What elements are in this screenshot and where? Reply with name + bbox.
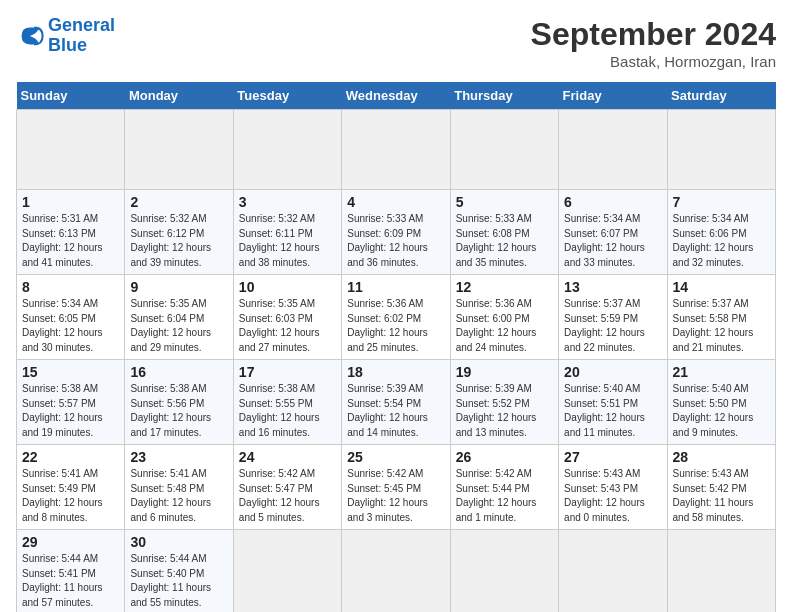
day-info: Sunrise: 5:42 AMSunset: 5:47 PMDaylight:… <box>239 467 336 525</box>
day-number: 3 <box>239 194 336 210</box>
calendar-cell: 2Sunrise: 5:32 AMSunset: 6:12 PMDaylight… <box>125 190 233 275</box>
calendar-cell: 3Sunrise: 5:32 AMSunset: 6:11 PMDaylight… <box>233 190 341 275</box>
day-number: 2 <box>130 194 227 210</box>
calendar-cell: 13Sunrise: 5:37 AMSunset: 5:59 PMDayligh… <box>559 275 667 360</box>
calendar-week-row: 15Sunrise: 5:38 AMSunset: 5:57 PMDayligh… <box>17 360 776 445</box>
calendar-cell: 19Sunrise: 5:39 AMSunset: 5:52 PMDayligh… <box>450 360 558 445</box>
calendar-cell: 7Sunrise: 5:34 AMSunset: 6:06 PMDaylight… <box>667 190 775 275</box>
day-number: 13 <box>564 279 661 295</box>
calendar-cell <box>667 530 775 613</box>
calendar-cell: 9Sunrise: 5:35 AMSunset: 6:04 PMDaylight… <box>125 275 233 360</box>
calendar-cell: 26Sunrise: 5:42 AMSunset: 5:44 PMDayligh… <box>450 445 558 530</box>
header-day: Tuesday <box>233 82 341 110</box>
calendar-cell: 16Sunrise: 5:38 AMSunset: 5:56 PMDayligh… <box>125 360 233 445</box>
calendar-cell: 28Sunrise: 5:43 AMSunset: 5:42 PMDayligh… <box>667 445 775 530</box>
day-info: Sunrise: 5:32 AMSunset: 6:12 PMDaylight:… <box>130 212 227 270</box>
calendar-cell: 24Sunrise: 5:42 AMSunset: 5:47 PMDayligh… <box>233 445 341 530</box>
header-day: Thursday <box>450 82 558 110</box>
calendar-cell: 17Sunrise: 5:38 AMSunset: 5:55 PMDayligh… <box>233 360 341 445</box>
calendar-cell: 1Sunrise: 5:31 AMSunset: 6:13 PMDaylight… <box>17 190 125 275</box>
day-info: Sunrise: 5:35 AMSunset: 6:03 PMDaylight:… <box>239 297 336 355</box>
day-info: Sunrise: 5:32 AMSunset: 6:11 PMDaylight:… <box>239 212 336 270</box>
day-info: Sunrise: 5:35 AMSunset: 6:04 PMDaylight:… <box>130 297 227 355</box>
day-info: Sunrise: 5:38 AMSunset: 5:56 PMDaylight:… <box>130 382 227 440</box>
header-day: Friday <box>559 82 667 110</box>
day-info: Sunrise: 5:37 AMSunset: 5:58 PMDaylight:… <box>673 297 770 355</box>
calendar-cell: 25Sunrise: 5:42 AMSunset: 5:45 PMDayligh… <box>342 445 450 530</box>
day-info: Sunrise: 5:40 AMSunset: 5:50 PMDaylight:… <box>673 382 770 440</box>
location-subtitle: Bastak, Hormozgan, Iran <box>531 53 776 70</box>
day-number: 27 <box>564 449 661 465</box>
day-number: 5 <box>456 194 553 210</box>
calendar-cell: 8Sunrise: 5:34 AMSunset: 6:05 PMDaylight… <box>17 275 125 360</box>
day-number: 25 <box>347 449 444 465</box>
day-info: Sunrise: 5:40 AMSunset: 5:51 PMDaylight:… <box>564 382 661 440</box>
day-info: Sunrise: 5:42 AMSunset: 5:45 PMDaylight:… <box>347 467 444 525</box>
day-info: Sunrise: 5:34 AMSunset: 6:06 PMDaylight:… <box>673 212 770 270</box>
day-number: 8 <box>22 279 119 295</box>
calendar-cell: 29Sunrise: 5:44 AMSunset: 5:41 PMDayligh… <box>17 530 125 613</box>
day-number: 20 <box>564 364 661 380</box>
day-number: 19 <box>456 364 553 380</box>
calendar-cell <box>559 530 667 613</box>
header-day: Sunday <box>17 82 125 110</box>
calendar-cell: 30Sunrise: 5:44 AMSunset: 5:40 PMDayligh… <box>125 530 233 613</box>
logo: General Blue <box>16 16 115 56</box>
calendar-cell: 20Sunrise: 5:40 AMSunset: 5:51 PMDayligh… <box>559 360 667 445</box>
day-number: 4 <box>347 194 444 210</box>
calendar-cell: 18Sunrise: 5:39 AMSunset: 5:54 PMDayligh… <box>342 360 450 445</box>
day-number: 12 <box>456 279 553 295</box>
day-number: 7 <box>673 194 770 210</box>
title-block: September 2024 Bastak, Hormozgan, Iran <box>531 16 776 70</box>
calendar-cell <box>342 110 450 190</box>
day-number: 30 <box>130 534 227 550</box>
day-number: 28 <box>673 449 770 465</box>
day-info: Sunrise: 5:41 AMSunset: 5:49 PMDaylight:… <box>22 467 119 525</box>
calendar-week-row: 1Sunrise: 5:31 AMSunset: 6:13 PMDaylight… <box>17 190 776 275</box>
day-number: 21 <box>673 364 770 380</box>
day-info: Sunrise: 5:44 AMSunset: 5:40 PMDaylight:… <box>130 552 227 610</box>
day-number: 9 <box>130 279 227 295</box>
day-info: Sunrise: 5:36 AMSunset: 6:00 PMDaylight:… <box>456 297 553 355</box>
calendar-cell <box>233 110 341 190</box>
header-day: Saturday <box>667 82 775 110</box>
day-number: 26 <box>456 449 553 465</box>
day-info: Sunrise: 5:37 AMSunset: 5:59 PMDaylight:… <box>564 297 661 355</box>
month-title: September 2024 <box>531 16 776 53</box>
header-day: Wednesday <box>342 82 450 110</box>
day-number: 23 <box>130 449 227 465</box>
day-info: Sunrise: 5:43 AMSunset: 5:42 PMDaylight:… <box>673 467 770 525</box>
calendar-cell: 14Sunrise: 5:37 AMSunset: 5:58 PMDayligh… <box>667 275 775 360</box>
calendar-week-row: 29Sunrise: 5:44 AMSunset: 5:41 PMDayligh… <box>17 530 776 613</box>
calendar-cell <box>125 110 233 190</box>
calendar-cell <box>17 110 125 190</box>
day-number: 17 <box>239 364 336 380</box>
logo-icon <box>16 22 44 50</box>
calendar-week-row: 22Sunrise: 5:41 AMSunset: 5:49 PMDayligh… <box>17 445 776 530</box>
day-number: 16 <box>130 364 227 380</box>
calendar-cell: 10Sunrise: 5:35 AMSunset: 6:03 PMDayligh… <box>233 275 341 360</box>
calendar-cell: 21Sunrise: 5:40 AMSunset: 5:50 PMDayligh… <box>667 360 775 445</box>
page-header: General Blue September 2024 Bastak, Horm… <box>16 16 776 70</box>
day-number: 11 <box>347 279 444 295</box>
calendar-cell: 27Sunrise: 5:43 AMSunset: 5:43 PMDayligh… <box>559 445 667 530</box>
header-day: Monday <box>125 82 233 110</box>
day-info: Sunrise: 5:38 AMSunset: 5:55 PMDaylight:… <box>239 382 336 440</box>
day-info: Sunrise: 5:42 AMSunset: 5:44 PMDaylight:… <box>456 467 553 525</box>
day-info: Sunrise: 5:33 AMSunset: 6:09 PMDaylight:… <box>347 212 444 270</box>
calendar-cell: 6Sunrise: 5:34 AMSunset: 6:07 PMDaylight… <box>559 190 667 275</box>
day-number: 1 <box>22 194 119 210</box>
day-number: 24 <box>239 449 336 465</box>
calendar-cell <box>342 530 450 613</box>
calendar-cell: 22Sunrise: 5:41 AMSunset: 5:49 PMDayligh… <box>17 445 125 530</box>
logo-text: General Blue <box>48 16 115 56</box>
day-number: 10 <box>239 279 336 295</box>
day-info: Sunrise: 5:34 AMSunset: 6:05 PMDaylight:… <box>22 297 119 355</box>
calendar-cell <box>450 530 558 613</box>
day-info: Sunrise: 5:44 AMSunset: 5:41 PMDaylight:… <box>22 552 119 610</box>
day-info: Sunrise: 5:38 AMSunset: 5:57 PMDaylight:… <box>22 382 119 440</box>
calendar-cell: 5Sunrise: 5:33 AMSunset: 6:08 PMDaylight… <box>450 190 558 275</box>
calendar-cell: 4Sunrise: 5:33 AMSunset: 6:09 PMDaylight… <box>342 190 450 275</box>
calendar-cell: 23Sunrise: 5:41 AMSunset: 5:48 PMDayligh… <box>125 445 233 530</box>
calendar-cell: 15Sunrise: 5:38 AMSunset: 5:57 PMDayligh… <box>17 360 125 445</box>
